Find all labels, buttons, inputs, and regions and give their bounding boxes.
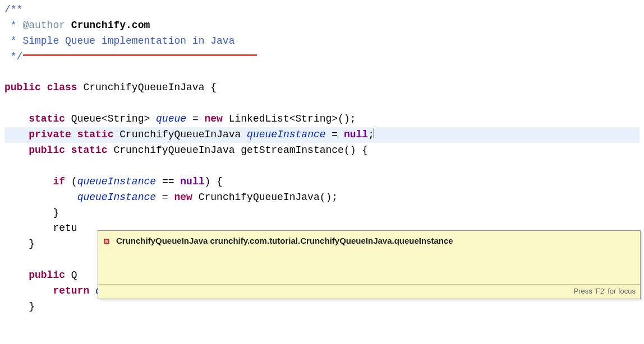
- keyword-static: static: [71, 145, 108, 156]
- code-line-blank: [4, 65, 640, 81]
- javadoc-star: *: [4, 20, 22, 31]
- keyword-new: new: [174, 192, 192, 203]
- code-line: static Queue<String> queue = new LinkedL…: [4, 111, 640, 127]
- code-line: */: [4, 49, 640, 65]
- keyword-if: if: [53, 176, 65, 187]
- field-queueinstance: queueInstance: [77, 192, 156, 203]
- keyword-public: public: [29, 269, 65, 281]
- code-line-blank: [4, 159, 640, 174]
- keyword-private: private: [29, 129, 71, 140]
- javadoc-author-tag: @author: [22, 20, 65, 31]
- code-line-blank: [4, 96, 640, 111]
- code-line-current: private static CrunchifyQueueInJava queu…: [4, 127, 640, 143]
- code-line: }: [4, 206, 640, 221]
- keyword-public: public: [29, 145, 65, 156]
- class-name: CrunchifyQueueInJava {: [77, 82, 217, 93]
- tooltip-body: [98, 250, 640, 284]
- keyword-public: public: [4, 82, 41, 93]
- hover-tooltip[interactable]: S CrunchifyQueueInJava crunchify.com.tut…: [98, 230, 641, 299]
- tooltip-header: S CrunchifyQueueInJava crunchify.com.tut…: [98, 231, 640, 250]
- text-caret: [374, 128, 374, 138]
- tooltip-title: CrunchifyQueueInJava crunchify.com.tutor…: [116, 234, 453, 247]
- code-line: if (queueInstance == null) {: [4, 174, 640, 190]
- javadoc-close: */: [4, 51, 22, 62]
- code-line: /**: [4, 2, 640, 18]
- javadoc-description: Simple Queue implementation in Java: [22, 35, 234, 47]
- javadoc-author-name: Crunchify.com: [65, 20, 150, 31]
- field-static-icon: S: [104, 237, 112, 245]
- keyword-return: return: [53, 285, 89, 296]
- field-queueinstance: queueInstance: [247, 129, 325, 140]
- code-line: * @author Crunchify.com: [4, 18, 640, 34]
- keyword-null: null: [344, 129, 368, 140]
- tooltip-footer: Press 'F2' for focus: [98, 284, 640, 299]
- field-queueinstance: queueInstance: [77, 176, 156, 187]
- keyword-static: static: [77, 129, 114, 140]
- field-queue: queue: [156, 113, 186, 124]
- highlight-underline: [23, 54, 257, 56]
- code-line: queueInstance = new CrunchifyQueueInJava…: [4, 190, 640, 206]
- code-line: public class CrunchifyQueueInJava {: [4, 80, 640, 96]
- javadoc-open: /**: [4, 4, 22, 15]
- keyword-new: new: [204, 113, 222, 124]
- javadoc-star: *: [4, 35, 22, 47]
- code-line: }: [4, 299, 640, 315]
- keyword-null: null: [180, 176, 204, 187]
- keyword-class: class: [47, 82, 77, 93]
- code-line: public static CrunchifyQueueInJava getSt…: [4, 143, 640, 159]
- svg-text:S: S: [105, 239, 108, 244]
- code-line: * Simple Queue implementation in Java: [4, 34, 640, 49]
- keyword-static: static: [29, 113, 65, 124]
